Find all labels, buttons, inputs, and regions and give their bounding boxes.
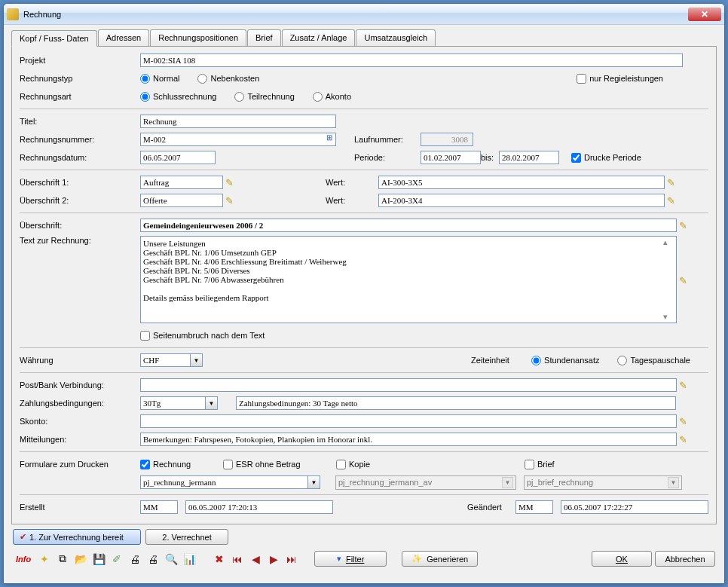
periode-bis-input[interactable] bbox=[499, 151, 559, 164]
pencil-icon[interactable]: ✎ bbox=[677, 416, 689, 427]
zahlungsbed-label: Zahlungsbedingungen: bbox=[20, 399, 140, 408]
ueberschrift-input[interactable] bbox=[140, 219, 677, 232]
text-label: Text zur Rechnung: bbox=[20, 236, 140, 245]
filter-icon: ▾ bbox=[337, 554, 341, 564]
scrollbar[interactable]: ▴▾ bbox=[663, 237, 675, 322]
wert1-input[interactable] bbox=[378, 176, 665, 189]
skonto-label: Skonto: bbox=[20, 417, 140, 426]
check-rechnung[interactable]: Rechnung bbox=[140, 460, 223, 469]
chevron-down-icon[interactable]: ▼ bbox=[205, 396, 218, 410]
chart-icon[interactable]: 📊 bbox=[182, 552, 197, 567]
rechnungsnummer-label: Rechnungsnummer: bbox=[20, 135, 140, 144]
copy-icon[interactable]: ⧉ bbox=[55, 552, 70, 567]
radio-tagespauschale[interactable]: Tagespauschale bbox=[617, 356, 690, 365]
pencil-icon[interactable]: ✎ bbox=[677, 380, 689, 391]
first-icon[interactable]: ⏮ bbox=[230, 552, 245, 567]
tab-panel: Projekt Rechnungstyp Normal Nebenkosten … bbox=[11, 47, 717, 524]
geaendert-ts[interactable] bbox=[561, 500, 708, 514]
pencil-icon[interactable]: ✎ bbox=[677, 275, 689, 286]
titlebar: Rechnung ✕ bbox=[4, 4, 724, 25]
erstellt-user[interactable] bbox=[140, 500, 178, 514]
periode-von-input[interactable] bbox=[421, 151, 481, 164]
ueberschrift1-input[interactable] bbox=[140, 176, 223, 189]
pencil-icon[interactable]: ✎ bbox=[665, 177, 677, 188]
radio-akonto[interactable]: Akonto bbox=[313, 92, 351, 102]
chevron-down-icon[interactable]: ▼ bbox=[190, 353, 203, 367]
print-select-3: pj_brief_rechnung▼ bbox=[524, 475, 682, 490]
wert2-input[interactable] bbox=[378, 194, 665, 207]
projekt-input[interactable] bbox=[140, 54, 683, 67]
radio-teilrechnung[interactable]: Teilrechnung bbox=[234, 92, 294, 102]
invoice-window: Rechnung ✕ Kopf / Fuss- Daten Adressen R… bbox=[3, 3, 725, 584]
print-select-1[interactable]: ▼ bbox=[140, 475, 320, 489]
bereit-button[interactable]: ✔ 1. Zur Verrechnung bereit bbox=[13, 529, 141, 545]
pencil-icon[interactable]: ✎ bbox=[223, 177, 235, 188]
erstellt-label: Erstellt bbox=[20, 503, 140, 512]
window-title: Rechnung bbox=[23, 10, 688, 19]
print-icon[interactable]: 🖨 bbox=[127, 552, 142, 567]
titel-input[interactable] bbox=[140, 115, 336, 128]
tab-umsatzausgleich[interactable]: Umsatzausgleich bbox=[356, 29, 436, 46]
close-icon[interactable]: ✕ bbox=[688, 8, 721, 21]
postbank-input[interactable] bbox=[140, 378, 677, 392]
ok-button[interactable]: OK bbox=[592, 551, 652, 567]
rechnungsart-label: Rechnungsart bbox=[20, 92, 140, 101]
open-icon[interactable]: 📂 bbox=[73, 552, 88, 567]
check-esr[interactable]: ESR ohne Betrag bbox=[223, 460, 336, 469]
delete-icon[interactable]: ✖ bbox=[212, 552, 227, 567]
tab-adressen[interactable]: Adressen bbox=[98, 29, 149, 46]
prev-icon[interactable]: ◀ bbox=[248, 552, 263, 567]
clear-icon[interactable]: ✐ bbox=[109, 552, 124, 567]
check-regieleistungen[interactable]: nur Regieleistungen bbox=[577, 74, 663, 84]
print-select-2: pj_rechnung_jermann_av▼ bbox=[335, 475, 516, 490]
mitteilungen-input[interactable] bbox=[140, 433, 677, 446]
titel-label: Titel: bbox=[20, 117, 140, 126]
last-icon[interactable]: ⏭ bbox=[284, 552, 299, 567]
rechnungsdatum-input[interactable] bbox=[140, 151, 216, 164]
rechnungsnummer-input[interactable] bbox=[140, 133, 336, 146]
postbank-label: Post/Bank Verbindung: bbox=[20, 381, 140, 390]
check-kopie[interactable]: Kopie bbox=[336, 460, 525, 469]
tab-kopf-fuss[interactable]: Kopf / Fuss- Daten bbox=[11, 30, 97, 47]
filter-button[interactable]: ▾ Filter bbox=[314, 551, 387, 567]
save-icon[interactable]: 💾 bbox=[91, 552, 106, 567]
new-icon[interactable]: ✦ bbox=[37, 552, 52, 567]
tab-brief[interactable]: Brief bbox=[247, 29, 281, 46]
pencil-icon[interactable]: ✎ bbox=[665, 195, 677, 206]
erstellt-ts[interactable] bbox=[185, 500, 333, 514]
check-brief[interactable]: Brief bbox=[525, 460, 555, 469]
periode-label: Periode: bbox=[354, 153, 421, 162]
check-icon: ✔ bbox=[20, 532, 26, 542]
info-button[interactable]: Info bbox=[13, 555, 34, 564]
next-icon[interactable]: ▶ bbox=[266, 552, 281, 567]
check-seitenumbruch[interactable]: Seitenumbruch nach dem Text bbox=[140, 331, 265, 341]
generieren-button[interactable]: ✨ Generieren bbox=[402, 551, 478, 567]
projekt-label: Projekt bbox=[20, 56, 140, 65]
pencil-icon[interactable]: ✎ bbox=[677, 434, 689, 445]
radio-schlussrechnung[interactable]: Schlussrechnung bbox=[140, 92, 216, 102]
ueberschrift2-input[interactable] bbox=[140, 194, 223, 207]
lookup-icon[interactable]: ⊞ bbox=[324, 133, 335, 144]
radio-normal[interactable]: Normal bbox=[140, 74, 179, 84]
chevron-down-icon[interactable]: ▼ bbox=[307, 475, 320, 489]
rechnungstyp-label: Rechnungstyp bbox=[20, 74, 140, 83]
zahlungsbed-combo[interactable]: ▼ bbox=[140, 396, 218, 410]
abbrechen-button[interactable]: Abbrechen bbox=[655, 551, 715, 567]
tab-zusatz[interactable]: Zusatz / Anlage bbox=[282, 29, 356, 46]
pencil-icon[interactable]: ✎ bbox=[223, 195, 235, 206]
preview-icon[interactable]: 🔍 bbox=[164, 552, 179, 567]
formulare-label: Formulare zum Drucken bbox=[20, 460, 140, 469]
check-drucke-periode[interactable]: Drucke Periode bbox=[571, 153, 641, 163]
text-rechnung-input[interactable] bbox=[140, 236, 677, 323]
content-area: Kopf / Fuss- Daten Adressen Rechnungspos… bbox=[4, 25, 724, 571]
pencil-icon[interactable]: ✎ bbox=[677, 220, 689, 231]
skonto-input[interactable] bbox=[140, 414, 677, 428]
waehrung-combo[interactable]: ▼ bbox=[140, 353, 203, 367]
tab-rechnungspositionen[interactable]: Rechnungspositionen bbox=[150, 29, 246, 46]
print2-icon[interactable]: 🖨 bbox=[145, 552, 161, 567]
radio-stundenansatz[interactable]: Stundenansatz bbox=[531, 356, 599, 365]
zahlungsbed-text-input[interactable] bbox=[236, 396, 676, 410]
radio-nebenkosten[interactable]: Nebenkosten bbox=[197, 74, 259, 84]
geaendert-user[interactable] bbox=[515, 500, 553, 514]
verrechnet-button[interactable]: 2. Verrechnet bbox=[145, 529, 228, 545]
